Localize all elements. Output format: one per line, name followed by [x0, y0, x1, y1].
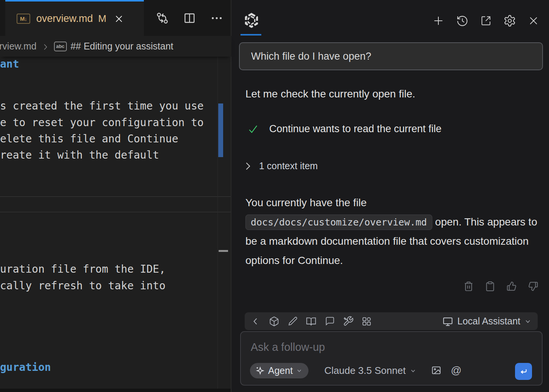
mention-at-icon[interactable]: @ — [451, 365, 461, 376]
continue-logo-icon[interactable] — [243, 12, 260, 29]
code-line[interactable]: cally refresh to take into — [0, 279, 165, 293]
user-message-card[interactable]: Which file do I have open? — [239, 42, 543, 70]
docs-book-icon[interactable] — [305, 316, 317, 327]
model-selector[interactable]: Claude 3.5 Sonnet — [324, 363, 416, 378]
chevron-down-icon — [524, 318, 532, 325]
tools-icon[interactable] — [342, 316, 354, 327]
panel-header — [231, 0, 549, 36]
breadcrumb-symbol[interactable]: ## Editing your assistant — [71, 41, 173, 52]
tool-call-status-row[interactable]: Continue wants to read the current file — [247, 123, 441, 135]
mode-selector-label: Agent — [268, 365, 293, 376]
delete-message-icon[interactable] — [463, 280, 475, 292]
overview-ruler-divider — [217, 57, 218, 389]
assistant-answer-text: You currently have the file docs/docs/cu… — [245, 193, 544, 270]
tab-filename: overview.md — [36, 13, 93, 25]
open-changes-icon[interactable] — [155, 11, 170, 25]
code-line[interactable]: guration — [0, 361, 51, 375]
code-line[interactable]: s created the first time you use — [0, 100, 204, 113]
collapse-left-icon[interactable] — [250, 316, 261, 327]
input-attachments: @ — [431, 365, 461, 376]
thumbs-down-icon[interactable] — [527, 280, 539, 292]
mode-selector[interactable]: Agent — [250, 363, 308, 378]
blocks-grid-icon[interactable] — [361, 316, 372, 327]
user-message-text: Which file do I have open? — [251, 51, 371, 62]
prompts-chat-icon[interactable] — [324, 316, 335, 327]
breadcrumb: rview.md abc ## Editing your assistant — [0, 36, 231, 57]
code-line[interactable]: ant — [0, 58, 19, 71]
copy-message-icon[interactable] — [484, 280, 496, 292]
assistant-selector[interactable]: Local Assistant — [442, 316, 532, 327]
code-line[interactable]: elete this file and Continue — [0, 133, 178, 146]
breadcrumb-separator-icon — [41, 41, 49, 52]
check-icon — [247, 123, 259, 135]
current-line-highlight — [0, 196, 231, 212]
overview-ruler-selection-marker — [218, 103, 223, 157]
code-line[interactable]: reate it with the default — [0, 149, 159, 162]
split-editor-icon[interactable] — [182, 11, 197, 25]
input-toolbar: Local Assistant — [245, 312, 538, 330]
chevron-right-icon — [242, 161, 253, 171]
settings-gear-icon[interactable] — [503, 14, 516, 27]
message-actions-row — [463, 280, 539, 292]
active-tab-indicator — [241, 34, 261, 35]
tab-overview-md[interactable]: M↓ overview.md M — [5, 0, 144, 36]
context-items-toggle[interactable]: 1 context item — [242, 161, 318, 171]
context-items-label: 1 context item — [259, 161, 318, 171]
editor-bottom-edge — [0, 389, 231, 392]
editor-tab-bar: M↓ overview.md M — [0, 0, 231, 36]
more-actions-icon[interactable] — [210, 11, 224, 25]
git-modified-badge: M — [98, 13, 106, 25]
code-line[interactable]: uration file from the IDE, — [0, 263, 165, 276]
chat-input-container[interactable]: Agent Claude 3.5 Sonnet — [240, 331, 543, 386]
monitor-icon — [442, 316, 453, 327]
open-in-new-window-icon[interactable] — [480, 14, 492, 27]
assistant-message-text: Let me check the currently open file. — [245, 88, 415, 100]
scrollbar-slider[interactable] — [219, 250, 228, 252]
edit-pencil-icon[interactable] — [287, 316, 298, 327]
chat-input[interactable] — [251, 339, 530, 355]
new-session-icon[interactable] — [432, 14, 445, 27]
sparkles-icon — [255, 366, 265, 376]
string-symbol-icon: abc — [54, 42, 67, 51]
continue-chat-panel: Which file do I have open? Let me check … — [231, 0, 549, 392]
history-icon[interactable] — [456, 14, 469, 27]
blocks-cube-icon[interactable] — [268, 316, 280, 327]
send-button[interactable] — [515, 363, 532, 380]
answer-part1: You currently have the file — [245, 197, 367, 208]
tool-call-status-text: Continue wants to read the current file — [269, 123, 441, 135]
editor-pane[interactable]: M↓ overview.md M — [0, 0, 231, 392]
attach-image-icon[interactable] — [431, 365, 442, 376]
breadcrumb-file[interactable]: rview.md — [0, 41, 37, 52]
chevron-down-icon — [296, 367, 302, 374]
file-path-code-chip: docs/docs/customize/overview.md — [245, 215, 432, 230]
tab-close-icon[interactable] — [114, 14, 124, 24]
assistant-selector-label: Local Assistant — [457, 316, 520, 327]
code-line[interactable]: e to reset your configuration to — [0, 116, 204, 130]
markdown-file-icon: M↓ — [17, 14, 30, 24]
thumbs-up-icon[interactable] — [506, 280, 518, 292]
close-panel-icon[interactable] — [527, 14, 540, 27]
chevron-down-icon — [410, 367, 416, 374]
model-selector-label: Claude 3.5 Sonnet — [324, 365, 406, 377]
